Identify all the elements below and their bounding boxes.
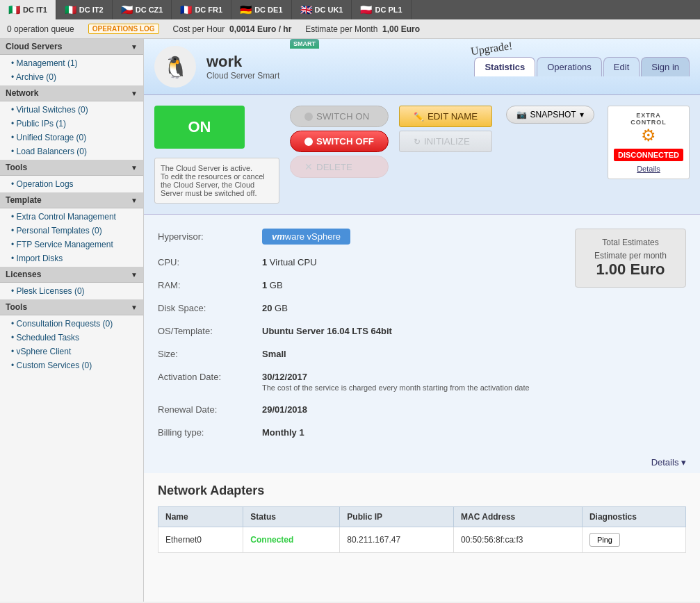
sidebar-item-archive[interactable]: Archive (0) xyxy=(0,70,143,84)
sidebar-section-cloud-servers-label: Cloud Servers xyxy=(6,42,62,51)
sidebar-item-extra-control[interactable]: Extra Control Management xyxy=(0,210,143,224)
action-buttons: SWITCH ON SWITCH OFF ✕ DELETE xyxy=(290,106,389,178)
table-row: Ethernet0 Connected 80.211.167.47 00:50:… xyxy=(158,527,686,553)
sidebar-item-virtual-switches[interactable]: Virtual Switches (0) xyxy=(0,103,143,117)
ops-log-link[interactable]: OPERATIONS LOG xyxy=(88,24,159,34)
details-expand-area: Details ▾ xyxy=(144,452,700,473)
sidebar-network-items: Virtual Switches (0) Public IPs (1) Unif… xyxy=(0,101,143,160)
sidebar-item-scheduled-tasks[interactable]: Scheduled Tasks xyxy=(0,331,143,345)
dc-tab-de1[interactable]: 🇩🇪 DC DE1 xyxy=(231,0,291,19)
main-layout: Cloud Servers ▼ Management (1) Archive (… xyxy=(0,39,700,602)
sidebar-section-licenses[interactable]: Licenses ▼ xyxy=(0,267,143,283)
server-icon: 🐧 xyxy=(154,46,196,88)
total-estimates-title: Total Estimates xyxy=(589,238,671,247)
dc-tab-cz1[interactable]: 🇨🇿 DC CZ1 xyxy=(113,0,172,19)
sidebar: Cloud Servers ▼ Management (1) Archive (… xyxy=(0,39,144,602)
dc-tab-it1-label: DC IT1 xyxy=(23,6,47,14)
switch-on-icon xyxy=(304,113,313,121)
hypervisor-value: vmware vSphere xyxy=(262,229,561,245)
details-grid: Hypervisor: vmware vSphere CPU: 1 Virtua… xyxy=(158,229,561,438)
activation-note: The cost of the service is charged every… xyxy=(262,383,561,392)
switch-off-button[interactable]: SWITCH OFF xyxy=(290,131,389,152)
delete-button[interactable]: ✕ DELETE xyxy=(290,156,389,178)
tab-edit[interactable]: Edit xyxy=(603,57,640,76)
flag-it1: 🇮🇹 xyxy=(8,4,20,15)
smart-badge: SMART xyxy=(290,39,319,49)
disconnected-badge: DISCONNECTED xyxy=(614,149,683,161)
billing-label: Billing type: xyxy=(158,427,262,438)
sidebar-section-network[interactable]: Network ▼ xyxy=(0,85,143,101)
col-mac: MAC Address xyxy=(454,507,583,527)
sidebar-item-import-disks[interactable]: Import Disks xyxy=(0,251,143,265)
sidebar-item-custom-services[interactable]: Custom Services (0) xyxy=(0,358,143,372)
disk-value: 20 GB xyxy=(262,303,561,313)
os-value: Ubuntu Server 16.04 LTS 64bit xyxy=(262,326,561,336)
cell-status: Connected xyxy=(243,527,340,553)
sidebar-item-personal-templates[interactable]: Personal Templates (0) xyxy=(0,224,143,238)
size-value: Small xyxy=(262,349,561,359)
dc-tab-it2[interactable]: 🇮🇹 DC IT2 xyxy=(56,0,113,19)
sidebar-section-licenses-toggle: ▼ xyxy=(131,271,138,279)
ping-button[interactable]: Ping xyxy=(589,533,620,547)
dc-tab-de1-label: DC DE1 xyxy=(254,6,282,14)
tab-signin[interactable]: Sign in xyxy=(641,57,690,76)
initialize-button[interactable]: ↻ INITIALIZE xyxy=(399,131,492,152)
sidebar-item-public-ips[interactable]: Public IPs (1) xyxy=(0,117,143,131)
tab-statistics[interactable]: Statistics xyxy=(474,57,535,76)
sidebar-section-tools1[interactable]: Tools ▼ xyxy=(0,160,143,176)
col-diagnostics: Diagnostics xyxy=(582,507,685,527)
dc-tab-uk1-label: DC UK1 xyxy=(315,6,343,14)
renewal-value: 29/01/2018 xyxy=(262,404,561,415)
extra-control-details-button[interactable]: Details xyxy=(614,165,683,173)
dc-tab-fr1[interactable]: 🇫🇷 DC FR1 xyxy=(172,0,231,19)
edit-icon: ✏️ xyxy=(414,112,424,122)
details-expand-button[interactable]: Details ▾ xyxy=(651,457,686,468)
switch-off-icon xyxy=(304,138,313,146)
dc-tab-pl1-label: DC PL1 xyxy=(375,6,402,14)
dc-tab-uk1[interactable]: 🇬🇧 DC UK1 xyxy=(292,0,352,19)
dc-tab-pl1[interactable]: 🇵🇱 DC PL1 xyxy=(352,0,411,19)
dc-tab-fr1-label: DC FR1 xyxy=(195,6,222,14)
extra-control-icon: ⚙ xyxy=(614,126,683,145)
sidebar-item-consultation[interactable]: Consultation Requests (0) xyxy=(0,317,143,331)
sidebar-item-management[interactable]: Management (1) xyxy=(0,56,143,70)
sidebar-section-template[interactable]: Template ▼ xyxy=(0,192,143,208)
sidebar-item-operation-logs[interactable]: Operation Logs xyxy=(0,177,143,191)
flag-de1: 🇩🇪 xyxy=(240,4,252,15)
content-area: SMART 🐧 work Cloud Server Smart Upgrade!… xyxy=(144,39,700,602)
edit-name-button[interactable]: ✏️ EDIT NAME xyxy=(399,106,492,127)
tab-operations[interactable]: Operations xyxy=(537,57,602,76)
cost-value: 0,0014 Euro / hr xyxy=(229,24,291,34)
sidebar-cloud-servers-items: Management (1) Archive (0) xyxy=(0,55,143,85)
switch-on-button[interactable]: SWITCH ON xyxy=(290,106,389,127)
cost-label: Cost per Hour 0,0014 Euro / hr xyxy=(173,24,292,34)
total-estimates-box: Total Estimates Estimate per month 1.00 … xyxy=(575,229,686,288)
on-button[interactable]: ON xyxy=(154,106,245,149)
dc-tab-cz1-label: DC CZ1 xyxy=(136,6,163,14)
col-name: Name xyxy=(158,507,243,527)
col-status: Status xyxy=(243,507,340,527)
flag-fr1: 🇫🇷 xyxy=(180,4,192,15)
sidebar-item-plesk[interactable]: Plesk Licenses (0) xyxy=(0,284,143,298)
snapshot-button[interactable]: 📷 SNAPSHOT ▾ xyxy=(506,106,594,124)
sidebar-section-network-label: Network xyxy=(6,88,38,98)
sidebar-section-tools2[interactable]: Tools ▼ xyxy=(0,299,143,315)
actions-panel: ON The Cloud Server is active.To edit th… xyxy=(144,95,700,215)
cell-public-ip: 80.211.167.47 xyxy=(340,527,454,553)
server-status-msg: The Cloud Server is active.To edit the r… xyxy=(154,158,279,204)
size-label: Size: xyxy=(158,349,262,359)
sidebar-item-vsphere[interactable]: vSphere Client xyxy=(0,345,143,358)
network-section: Network Adapters Name Status Public IP M… xyxy=(144,473,700,563)
cell-diagnostics: Ping xyxy=(582,527,685,553)
server-name: work xyxy=(206,53,279,71)
sidebar-section-network-toggle: ▼ xyxy=(131,90,138,97)
hypervisor-label: Hypervisor: xyxy=(158,231,262,242)
sidebar-item-load-balancers[interactable]: Load Balancers (0) xyxy=(0,144,143,158)
sidebar-item-ftp[interactable]: FTP Service Management xyxy=(0,238,143,251)
sidebar-item-unified-storage[interactable]: Unified Storage (0) xyxy=(0,131,143,144)
estimate-month-label: Estimate per month xyxy=(589,251,671,261)
edit-action-buttons: ✏️ EDIT NAME ↻ INITIALIZE xyxy=(399,106,492,152)
dc-tab-it1[interactable]: 🇮🇹 DC IT1 xyxy=(0,0,56,19)
cell-name: Ethernet0 xyxy=(158,527,243,553)
sidebar-section-cloud-servers[interactable]: Cloud Servers ▼ xyxy=(0,39,143,55)
